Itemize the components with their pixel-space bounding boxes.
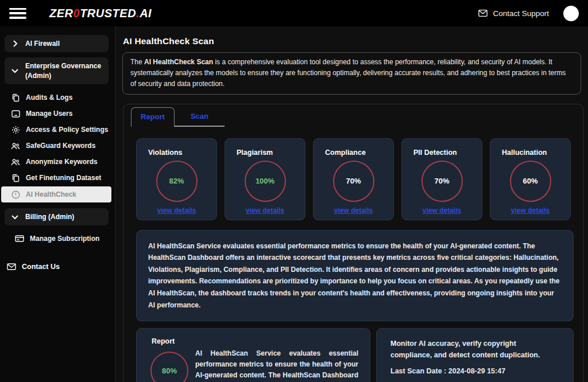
metric-title: Plagiarism [237, 149, 305, 157]
metric-ring: 82% [156, 161, 198, 202]
report-score-card: Report 80% AI HealthScan Service evaluat… [136, 328, 370, 382]
metric-card-pii-detection: PII Detection 70% view details [401, 138, 482, 220]
sidebar-item-label: Manage Users [26, 110, 72, 118]
page-title: AI HealthCheck Scan [123, 36, 583, 46]
sidebar-item-ai-healthcheck[interactable]: AI HealthCheck [1, 186, 111, 202]
about-description-box: The AI HealthCheck Scan is a comprehensi… [122, 52, 581, 95]
alert-circle-icon [11, 190, 20, 199]
chevron-right-icon [10, 40, 20, 47]
chevron-down-icon [10, 68, 20, 73]
metric-ring: 100% [245, 161, 286, 202]
sidebar-item-label: Manage Subscription [30, 235, 99, 243]
brand-logo: ZER0TRUSTED.AI [49, 7, 152, 20]
users-icon [11, 158, 20, 166]
sidebar-item-safeguard-keywords[interactable]: SafeGuard Keywords [0, 138, 115, 154]
copy-icon [11, 174, 20, 182]
metric-title: Compliance [325, 149, 393, 157]
sidebar-item-anonymize-keywords[interactable]: Anonymize Keywords [0, 154, 115, 170]
tab-report[interactable]: Report [131, 107, 175, 127]
metric-ring: 70% [421, 161, 463, 202]
top-bar: ZER0TRUSTED.AI Contact Support [0, 0, 588, 26]
sidebar-item-label: AI HealthCheck [26, 190, 76, 198]
logo-text: ZER [49, 7, 74, 20]
sidebar-item-label: Audits & Logs [26, 93, 72, 102]
metric-value: 100% [256, 177, 274, 185]
view-details-link[interactable]: view details [137, 206, 216, 215]
sidebar-item-ai-firewall[interactable]: AI Firewall [5, 35, 109, 52]
view-details-link[interactable]: view details [402, 206, 482, 215]
sidebar-item-label: Access & Policy Settings [26, 126, 108, 134]
sidebar-item-label: Contact Us [22, 263, 60, 271]
metric-value: 82% [169, 177, 184, 185]
bottom-row: Report 80% AI HealthScan Service evaluat… [136, 328, 574, 382]
credit-card-icon [15, 235, 24, 242]
user-avatar[interactable] [563, 6, 579, 21]
last-scan-date: Last Scan Date : 2024-08-29 15:47 [390, 367, 558, 375]
metric-title: Hallucination [502, 149, 570, 157]
metric-value: 60% [523, 177, 537, 185]
tab-panel: Report Scan Violations 82% view details … [123, 104, 583, 382]
sidebar-item-label: Anonymize Keywords [26, 158, 98, 166]
sidebar-item-contact-us[interactable]: Contact Us [0, 259, 115, 275]
sidebar-item-label: Enterprise Governance (Admin) [25, 61, 102, 80]
metric-ring: 60% [510, 161, 551, 202]
contact-support-link[interactable]: Contact Support [493, 9, 549, 18]
sidebar-item-get-finetuning-dataset[interactable]: Get Finetuning Dataset [0, 170, 115, 186]
logo-zero: 0 [74, 7, 80, 20]
healthscan-summary-box: AI HealthScan Service evaluates essentia… [136, 230, 574, 322]
metric-value: 70% [434, 177, 449, 185]
chevron-down-icon [10, 215, 20, 220]
metric-title: Violations [148, 149, 216, 157]
about-text-bold: AI HealthCheck Scan [144, 58, 213, 66]
report-card-text: AI HealthScan Service evaluates essentia… [195, 348, 358, 382]
metric-card-plagiarism: Plagiarism 100% view details [225, 138, 305, 220]
hamburger-menu-icon[interactable] [9, 8, 26, 19]
report-score-ring: 80% [150, 352, 188, 382]
users-icon [11, 142, 20, 150]
tab-bar: Report Scan [131, 107, 225, 127]
view-details-link[interactable]: view details [490, 206, 570, 215]
id-card-icon [11, 110, 20, 118]
report-score-value: 80% [162, 367, 177, 375]
tab-scan[interactable]: Scan [175, 107, 225, 127]
metric-ring: 70% [333, 161, 374, 202]
copy-icon [11, 93, 20, 102]
sidebar-item-billing[interactable]: Billing (Admin) [5, 208, 109, 225]
sidebar-item-label: AI Firewall [25, 40, 60, 48]
main-content: AI HealthCheck Scan The AI HealthCheck S… [115, 26, 588, 382]
metric-value: 70% [346, 177, 361, 185]
metric-card-violations: Violations 82% view details [136, 138, 217, 220]
view-details-link[interactable]: view details [225, 206, 305, 215]
sidebar-item-access-policy-settings[interactable]: Access & Policy Settings [0, 122, 115, 138]
sidebar-item-label: Get Finetuning Dataset [26, 174, 101, 182]
metric-cards-row: Violations 82% view details Plagiarism 1… [136, 138, 574, 220]
sidebar-item-audits-logs[interactable]: Audits & Logs [0, 89, 115, 106]
scan-info-text: Monitor AI accuracy, verify copyright co… [390, 338, 558, 361]
report-card-title: Report [152, 337, 358, 345]
metric-title: PII Detection [413, 149, 482, 157]
logo-text: AI [140, 7, 152, 20]
view-details-link[interactable]: view details [314, 206, 393, 215]
scan-info-card: Monitor AI accuracy, verify copyright co… [376, 328, 574, 382]
metric-card-hallucination: Hallucination 60% view details [490, 138, 571, 220]
sidebar-item-enterprise-governance[interactable]: Enterprise Governance (Admin) [5, 57, 109, 84]
sidebar-item-manage-subscription[interactable]: Manage Subscription [0, 231, 115, 247]
metric-card-compliance: Compliance 70% view details [313, 138, 394, 220]
envelope-icon [7, 263, 16, 270]
logo-text: TRUSTED [80, 7, 136, 20]
envelope-icon [478, 9, 488, 17]
sidebar-item-manage-users[interactable]: Manage Users [0, 106, 115, 122]
sidebar-item-label: SafeGuard Keywords [26, 142, 95, 150]
sidebar: AI Firewall Enterprise Governance (Admin… [0, 26, 115, 382]
gear-icon [11, 126, 20, 134]
sidebar-item-label: Billing (Admin) [25, 213, 74, 221]
about-text: The [130, 58, 144, 66]
